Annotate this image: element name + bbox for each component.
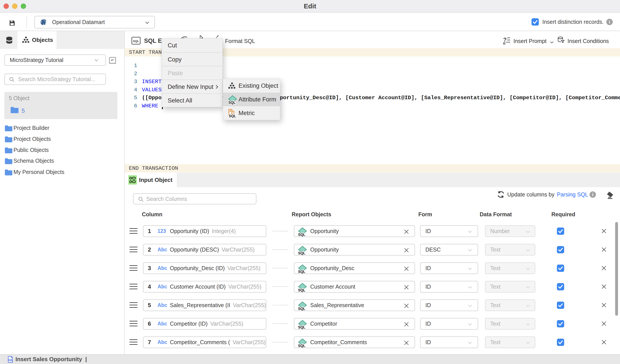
svg-text:SQL: SQL xyxy=(298,307,305,311)
svg-text:SQL: SQL xyxy=(298,288,305,292)
svg-text:SQL: SQL xyxy=(298,251,305,255)
svg-text:?: ? xyxy=(503,37,507,43)
svg-text:SQL: SQL xyxy=(298,325,305,329)
svg-text:SQL: SQL xyxy=(229,114,236,118)
svg-text:SQL: SQL xyxy=(8,359,13,361)
svg-text:SQL: SQL xyxy=(228,101,236,104)
svg-text:SQL: SQL xyxy=(298,233,305,237)
svg-text:SQL: SQL xyxy=(298,344,305,348)
svg-text:SQL: SQL xyxy=(298,270,305,274)
svg-text:SQL: SQL xyxy=(133,40,139,43)
